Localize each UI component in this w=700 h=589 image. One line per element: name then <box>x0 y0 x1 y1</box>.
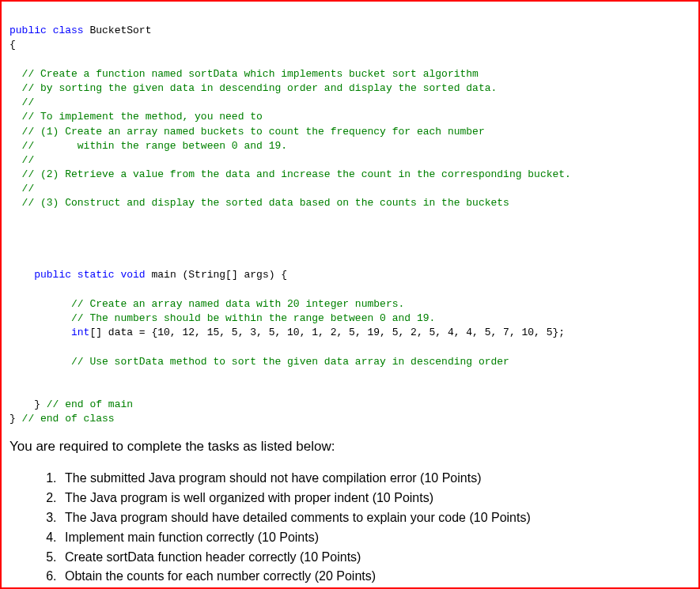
comment-line: // Use sortData method to sort the given… <box>9 356 509 368</box>
brace: { <box>9 39 16 51</box>
brace-close: } <box>9 398 47 410</box>
keyword: class <box>53 25 84 36</box>
comment-line: // end of main <box>47 398 133 410</box>
keyword: public <box>9 25 47 36</box>
list-item: Implement main function correctly (10 Po… <box>60 528 698 548</box>
indent <box>9 269 34 281</box>
instructions-list: The submitted Java program should not ha… <box>9 469 698 589</box>
array-declaration: [] data = {10, 12, 15, 5, 3, 5, 10, 1, 2… <box>89 327 565 338</box>
list-item: The Java program is well organized with … <box>60 489 698 508</box>
list-item: Create sortData function header correctl… <box>60 548 698 568</box>
method-signature: main (String[] args) { <box>152 269 288 281</box>
keyword: public <box>34 269 71 281</box>
comment-line: // end of class <box>22 413 115 425</box>
class-name: BucketSort <box>89 25 151 36</box>
comment-line: // (2) Retrieve a value from the data an… <box>9 168 571 180</box>
comment-line: // Create a function named sortData whic… <box>9 68 479 80</box>
indent <box>9 327 71 338</box>
comment-line: // To implement the method, you need to <box>9 111 263 123</box>
list-item: The Java program should have detailed co… <box>60 508 698 528</box>
list-item: Obtain the counts for each number correc… <box>60 567 698 587</box>
comment-line: // <box>9 96 34 108</box>
keyword: int <box>71 327 89 338</box>
instructions-section: You are required to complete the tasks a… <box>9 439 698 589</box>
list-item: The submitted Java program should not ha… <box>60 469 698 489</box>
instructions-heading: You are required to complete the tasks a… <box>9 439 698 455</box>
keyword: void <box>120 269 145 281</box>
comment-line: // (3) Construct and display the sorted … <box>9 197 509 209</box>
brace-close: } <box>9 413 22 425</box>
comment-line: // <box>9 154 34 166</box>
comment-line: // within the range between 0 and 19. <box>9 140 287 152</box>
keyword: static <box>78 269 115 281</box>
code-block: public class BucketSort { // Create a fu… <box>9 9 698 426</box>
comment-line: // by sorting the given data in descendi… <box>9 82 497 94</box>
comment-line: // (1) Create an array named buckets to … <box>9 126 485 138</box>
comment-line: // The numbers should be within the rang… <box>9 312 435 324</box>
comment-line: // <box>9 183 34 194</box>
comment-line: // Create an array named data with 20 in… <box>9 298 404 310</box>
